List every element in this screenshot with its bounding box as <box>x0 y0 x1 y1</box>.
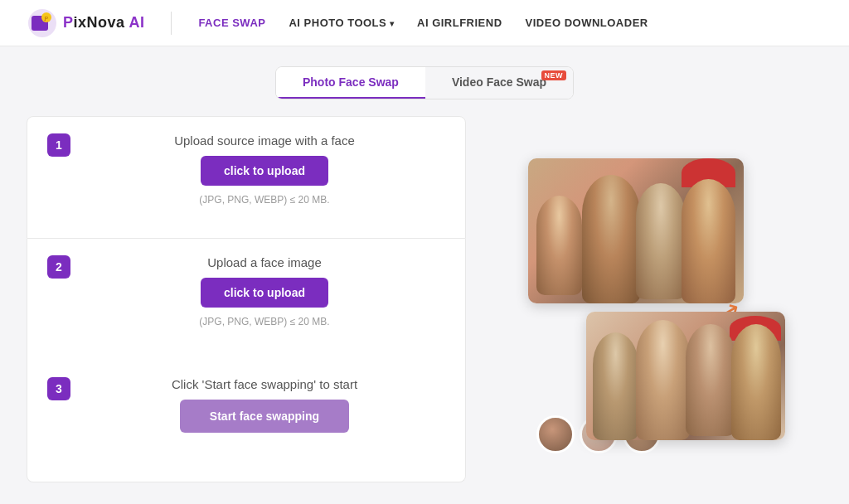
left-panel: 1 Upload source image with a face click … <box>27 116 466 482</box>
step-card-2: 2 Upload a face image click to upload (J… <box>27 239 466 360</box>
tabs-container: Photo Face Swap Video Face Swap NEW <box>27 66 822 99</box>
person-bottom-1 <box>593 332 638 440</box>
nav-item-face-swap[interactable]: FACE SWAP <box>198 17 265 29</box>
step-title-3: Click 'Start face swapping' to start <box>172 377 357 391</box>
step-content-3: Click 'Start face swapping' to start Sta… <box>84 377 445 433</box>
content-layout: 1 Upload source image with a face click … <box>27 116 822 482</box>
person-top-4 <box>682 179 735 303</box>
face-circle-1 <box>536 415 575 453</box>
person-top-3 <box>636 183 686 299</box>
main-content: Photo Face Swap Video Face Swap NEW 1 Up… <box>0 46 849 504</box>
main-nav: FACE SWAP AI PHOTO TOOLS AI GIRLFRIEND V… <box>198 17 648 29</box>
logo-icon: P P <box>27 7 58 39</box>
demo-photo-top <box>528 158 744 303</box>
nav-item-video-downloader[interactable]: VIDEO DOWNLOADER <box>526 17 648 29</box>
step-card-1: 1 Upload source image with a face click … <box>27 116 466 239</box>
logo-text: PixNova AI <box>63 14 144 32</box>
demo-photo-bottom <box>586 312 785 440</box>
step-number-1: 1 <box>47 133 70 157</box>
tabs: Photo Face Swap Video Face Swap NEW <box>275 66 574 99</box>
photo-top-people <box>528 158 744 303</box>
upload-source-button[interactable]: click to upload <box>201 156 328 186</box>
upload-face-button[interactable]: click to upload <box>201 278 328 308</box>
step-number-3: 3 <box>47 377 70 400</box>
person-bottom-3 <box>686 324 735 436</box>
person-top-2 <box>582 175 640 303</box>
nav-item-ai-girlfriend[interactable]: AI GIRLFRIEND <box>417 17 502 29</box>
logo[interactable]: P P PixNova AI <box>27 7 144 39</box>
start-face-swapping-button[interactable]: Start face swapping <box>180 400 349 433</box>
tab-photo-face-swap[interactable]: Photo Face Swap <box>276 67 425 99</box>
new-badge: NEW <box>541 70 567 80</box>
file-hint-1: (JPG, PNG, WEBP) ≤ 20 MB. <box>199 194 329 206</box>
person-top-1 <box>536 196 582 295</box>
step-title-2: Upload a face image <box>207 255 322 269</box>
step-content-2: Upload a face image click to upload (JPG… <box>84 255 445 327</box>
tab-video-face-swap[interactable]: Video Face Swap NEW <box>425 67 573 99</box>
photo-bottom-people <box>586 312 785 440</box>
tab-video-label: Video Face Swap <box>452 75 546 89</box>
person-bottom-2 <box>636 320 690 440</box>
step-number-2: 2 <box>47 255 70 279</box>
nav-item-ai-photo-tools[interactable]: AI PHOTO TOOLS <box>289 17 394 29</box>
nav-divider <box>171 12 172 35</box>
step-content-1: Upload source image with a face click to… <box>84 133 445 206</box>
right-panel: ↗ <box>483 116 822 482</box>
demo-visual: ↗ <box>520 158 785 440</box>
file-hint-2: (JPG, PNG, WEBP) ≤ 20 MB. <box>199 316 329 327</box>
header: P P PixNova AI FACE SWAP AI PHOTO TOOLS … <box>0 0 849 46</box>
person-bottom-4 <box>731 324 781 440</box>
svg-text:P: P <box>45 15 49 21</box>
step-card-3: 3 Click 'Start face swapping' to start S… <box>27 361 466 482</box>
step-title-1: Upload source image with a face <box>174 133 355 148</box>
